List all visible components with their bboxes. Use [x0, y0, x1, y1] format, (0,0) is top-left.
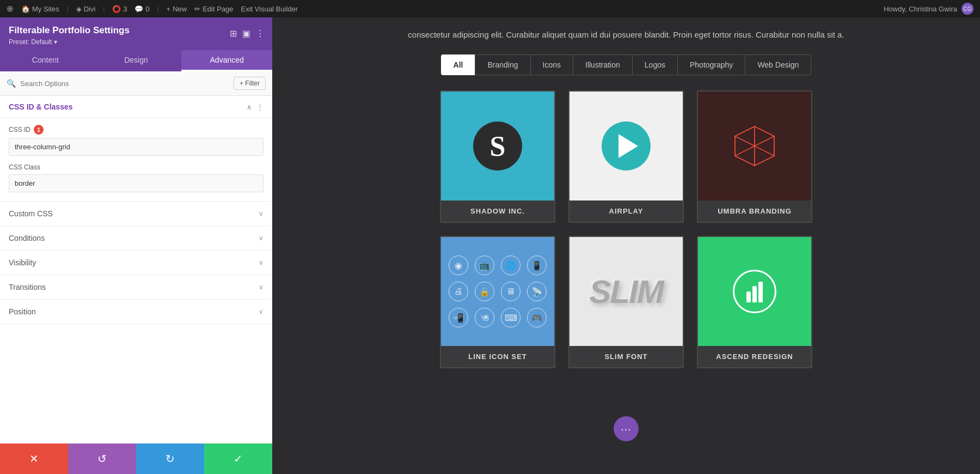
position-section: Position ∨: [0, 300, 272, 324]
notifications-link[interactable]: ⭕ 3: [112, 5, 127, 13]
custom-css-header[interactable]: Custom CSS ∨: [0, 202, 272, 226]
redo-icon: ↻: [166, 452, 175, 465]
line-icon-10: 🖲: [475, 308, 494, 327]
portfolio-thumb-shadow: S: [441, 92, 554, 200]
my-sites-link[interactable]: 🏠 My Sites: [21, 5, 59, 13]
line-icon-9: 📲: [449, 308, 468, 327]
play-triangle: [618, 134, 638, 158]
save-button[interactable]: ✓: [204, 443, 272, 474]
top-bar-right: Howdy, Christina Gwira CG: [884, 3, 973, 15]
portfolio-thumb-airplay: [569, 92, 683, 200]
new-link[interactable]: + New: [167, 5, 187, 13]
transitions-section: Transitions ∨: [0, 275, 272, 300]
css-id-label: CSS ID 1: [9, 125, 264, 135]
sidebar-title: Filterable Portfolio Settings: [9, 25, 264, 36]
line-icon-12: 🎮: [527, 308, 547, 327]
portfolio-item-airplay[interactable]: Airplay: [568, 90, 684, 223]
svg-marker-6: [735, 126, 755, 146]
avatar: CG: [961, 3, 973, 15]
section-more-icon[interactable]: ⋮: [256, 103, 264, 111]
portfolio-item-shadow[interactable]: S Shadow Inc.: [440, 90, 555, 223]
transitions-title: Transitions: [9, 283, 259, 291]
layout-icon[interactable]: ▣: [242, 28, 250, 39]
portfolio-item-slim[interactable]: SLIM Slim Font: [568, 236, 684, 368]
line-icon-4: 📱: [527, 256, 547, 275]
portfolio-label-ascend: Ascend Redesign: [698, 346, 811, 367]
bar-1: [746, 291, 751, 302]
portfolio-item-lineicon[interactable]: ◉ 📺 🌐 📱 🖨 🔒 🖥 📡 📲 🖲 ⌨ 🎮 Line I: [440, 236, 555, 368]
css-id-badge: 1: [34, 125, 44, 135]
sidebar-header: Filterable Portfolio Settings Preset: De…: [0, 17, 272, 50]
filter-button[interactable]: + Filter: [234, 77, 266, 90]
sidebar: Filterable Portfolio Settings Preset: De…: [0, 17, 272, 474]
filter-tab-webdesign[interactable]: Web Design: [745, 54, 811, 75]
filter-tab-icons[interactable]: Icons: [530, 54, 573, 75]
transitions-header[interactable]: Transitions ∨: [0, 275, 272, 299]
chevron-down-icon: ∨: [259, 210, 264, 217]
umbra-polygon: [730, 121, 779, 171]
custom-css-section: Custom CSS ∨: [0, 202, 272, 226]
portfolio-thumb-umbra: [698, 92, 811, 200]
sidebar-header-icons: ⊞ ▣ ⋮: [230, 28, 265, 39]
position-header[interactable]: Position ∨: [0, 300, 272, 324]
filter-tab-logos[interactable]: Logos: [632, 54, 677, 75]
visibility-header[interactable]: Visibility ∨: [0, 251, 272, 275]
wordpress-icon[interactable]: ⊕: [7, 4, 14, 14]
separator-2: |: [103, 5, 105, 12]
fab-button[interactable]: ···: [614, 416, 639, 441]
line-icon-2: 📺: [475, 256, 494, 275]
css-class-label: CSS Class: [9, 163, 264, 171]
css-section-header[interactable]: CSS ID & Classes ∧ ⋮: [0, 96, 272, 118]
main-content: consectetur adipiscing elit. Curabitur a…: [272, 17, 980, 474]
preset-selector[interactable]: Preset: Default: [9, 38, 264, 46]
comment-icon: 💬: [134, 5, 143, 13]
conditions-section: Conditions ∨: [0, 226, 272, 251]
more-icon[interactable]: ⋮: [256, 28, 265, 39]
redo-button[interactable]: ↻: [136, 443, 204, 474]
undo-button[interactable]: ↺: [68, 443, 136, 474]
cancel-icon: ✕: [29, 452, 39, 465]
howdy-text: Howdy, Christina Gwira: [884, 5, 957, 13]
filter-tab-branding[interactable]: Branding: [475, 54, 530, 75]
tab-advanced[interactable]: Advanced: [181, 50, 272, 71]
portfolio-label-umbra: Umbra Branding: [698, 200, 811, 222]
expand-icon[interactable]: ⊞: [230, 28, 237, 39]
tab-design[interactable]: Design: [91, 50, 182, 71]
portfolio-grid: S Shadow Inc. Airplay: [440, 90, 812, 368]
comments-link[interactable]: 💬 0: [134, 5, 149, 13]
bar-2: [752, 286, 757, 302]
main-layout: Filterable Portfolio Settings Preset: De…: [0, 17, 980, 474]
position-title: Position: [9, 307, 259, 316]
filter-tab-all[interactable]: All: [441, 54, 475, 75]
portfolio-item-umbra[interactable]: Umbra Branding: [697, 90, 812, 223]
conditions-header[interactable]: Conditions ∨: [0, 226, 272, 250]
portfolio-label-lineicon: Line Icon Set: [441, 346, 554, 367]
edit-page-link[interactable]: ✏ Edit Page: [194, 5, 233, 13]
filter-tab-illustration[interactable]: Illustration: [573, 54, 632, 75]
intro-text: consectetur adipiscing elit. Curabitur a…: [408, 28, 844, 41]
exit-vb-link[interactable]: Exit Visual Builder: [241, 5, 298, 13]
slim-logo: SLIM: [589, 273, 663, 311]
collapse-icon[interactable]: ∧: [247, 103, 252, 111]
search-input[interactable]: [20, 80, 229, 88]
svg-marker-3: [755, 146, 774, 166]
line-icon-7: 🖥: [501, 282, 520, 301]
svg-marker-2: [755, 136, 774, 156]
chevron-down-icon-2: ∨: [259, 234, 264, 242]
css-id-input[interactable]: [9, 138, 264, 156]
line-icon-3: 🌐: [501, 256, 520, 275]
chevron-down-icon-4: ∨: [259, 283, 264, 291]
circle-icon: ⭕: [112, 5, 121, 13]
filter-tab-photography[interactable]: Photography: [677, 54, 745, 75]
cancel-button[interactable]: ✕: [0, 443, 68, 474]
top-bar: ⊕ 🏠 My Sites | ◈ Divi | ⭕ 3 💬 0 | + New …: [0, 0, 980, 17]
portfolio-item-ascend[interactable]: Ascend Redesign: [697, 236, 812, 368]
sidebar-tabs: Content Design Advanced: [0, 50, 272, 71]
divi-link[interactable]: ◈ Divi: [76, 5, 96, 13]
portfolio-label-airplay: Airplay: [569, 200, 683, 222]
css-class-input[interactable]: [9, 174, 264, 192]
line-icon-8: 📡: [527, 282, 547, 301]
separator-1: |: [67, 5, 69, 12]
line-icon-5: 🖨: [449, 282, 468, 301]
tab-content[interactable]: Content: [0, 50, 91, 71]
